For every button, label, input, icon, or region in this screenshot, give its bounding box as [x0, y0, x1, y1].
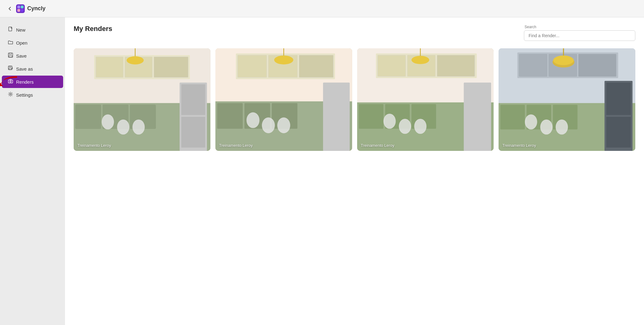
svg-rect-72 — [519, 54, 547, 77]
logo-text: Cyncly — [27, 5, 45, 12]
render-image-1 — [74, 48, 210, 151]
svg-rect-8 — [9, 55, 12, 57]
svg-rect-88 — [606, 117, 631, 147]
render-image-3 — [357, 48, 494, 151]
render-card[interactable]: Treinamento Leroy — [215, 48, 352, 151]
top-bar: Cyncly — [0, 0, 644, 17]
logo-area: Cyncly — [16, 4, 45, 13]
sidebar-item-save-label: Save — [16, 53, 27, 59]
svg-rect-0 — [16, 4, 25, 13]
sidebar-item-new-label: New — [16, 27, 25, 33]
svg-rect-60 — [359, 104, 383, 129]
sidebar-item-save-as-label: Save as — [16, 66, 33, 72]
sidebar-item-save[interactable]: Save — [2, 50, 63, 62]
svg-rect-78 — [500, 105, 525, 130]
search-area: Search — [524, 25, 635, 41]
svg-point-66 — [414, 119, 426, 134]
render-card[interactable]: Treinamento Leroy — [74, 48, 210, 151]
svg-rect-20 — [154, 57, 188, 77]
cyncly-logo-icon — [16, 4, 25, 13]
main-layout: New Open Save Save as — [0, 17, 644, 325]
sidebar-item-save-as[interactable]: Save as — [2, 63, 63, 75]
svg-point-49 — [277, 117, 290, 133]
svg-rect-3 — [17, 9, 20, 12]
svg-point-14 — [10, 94, 11, 95]
svg-rect-74 — [579, 54, 616, 77]
sidebar-item-new[interactable]: New — [2, 24, 63, 36]
render-card[interactable]: Treinamento Leroy — [499, 48, 635, 151]
svg-rect-56 — [437, 55, 474, 76]
new-document-icon — [8, 27, 13, 33]
content-area: My Renders Search — [65, 17, 644, 325]
svg-point-84 — [540, 120, 553, 135]
sidebar-item-renders[interactable]: Renders — [2, 76, 63, 88]
svg-rect-50 — [323, 82, 350, 151]
sidebar-item-open[interactable]: Open — [2, 37, 63, 49]
svg-rect-54 — [378, 55, 406, 76]
svg-point-27 — [127, 56, 144, 64]
svg-rect-33 — [181, 117, 205, 147]
svg-point-64 — [383, 114, 396, 129]
svg-rect-2 — [21, 6, 24, 8]
svg-rect-67 — [464, 82, 491, 151]
render-image-2 — [215, 48, 352, 151]
svg-point-65 — [399, 119, 411, 134]
render-card-label-1: Treinamento Leroy — [77, 143, 111, 148]
svg-point-48 — [262, 117, 275, 133]
settings-gear-icon — [8, 92, 13, 98]
back-button[interactable] — [5, 4, 15, 14]
svg-rect-12 — [8, 80, 13, 83]
svg-rect-24 — [76, 105, 101, 129]
renders-camera-icon — [8, 79, 13, 85]
svg-point-85 — [556, 120, 568, 135]
open-folder-icon — [8, 40, 13, 46]
render-card-label-4: Treinamento Leroy — [502, 143, 536, 148]
svg-rect-1 — [17, 6, 20, 8]
svg-point-63 — [411, 56, 429, 64]
render-image-4 — [499, 48, 635, 151]
svg-point-82 — [553, 55, 574, 65]
render-card-label-2: Treinamento Leroy — [219, 143, 253, 148]
content-header: My Renders Search — [74, 25, 635, 41]
page-title: My Renders — [74, 25, 112, 33]
save-as-icon — [8, 66, 13, 72]
sidebar-item-open-label: Open — [16, 40, 28, 46]
svg-point-47 — [246, 112, 259, 128]
svg-point-83 — [525, 114, 537, 130]
svg-rect-4 — [21, 9, 24, 12]
svg-point-28 — [102, 114, 114, 130]
svg-rect-11 — [9, 68, 11, 69]
renders-grid: Treinamento Leroy — [74, 48, 635, 151]
svg-point-30 — [132, 120, 145, 135]
render-card[interactable]: Treinamento Leroy — [357, 48, 494, 151]
svg-rect-43 — [217, 103, 243, 129]
sidebar: New Open Save Save as — [0, 17, 65, 325]
sidebar-item-settings[interactable]: Settings — [2, 89, 63, 101]
search-input[interactable] — [524, 30, 635, 41]
search-input-wrap — [524, 30, 635, 41]
save-icon — [8, 53, 13, 59]
svg-rect-87 — [606, 82, 631, 115]
render-card-label-3: Treinamento Leroy — [361, 143, 395, 148]
svg-rect-32 — [181, 84, 205, 115]
svg-rect-18 — [96, 57, 123, 77]
sidebar-item-settings-label: Settings — [16, 92, 33, 98]
svg-rect-39 — [299, 55, 333, 77]
svg-rect-37 — [238, 55, 267, 77]
svg-point-13 — [10, 81, 11, 82]
sidebar-item-renders-label: Renders — [16, 79, 34, 85]
svg-point-46 — [274, 55, 293, 64]
svg-point-29 — [117, 120, 129, 135]
search-label: Search — [525, 25, 536, 29]
